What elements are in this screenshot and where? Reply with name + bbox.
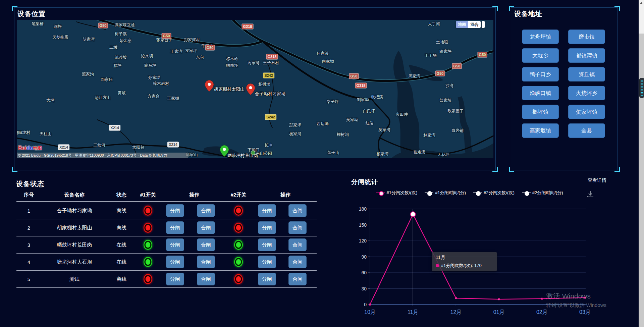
- column-header: 设备名称: [64, 192, 85, 198]
- map-place-label: 天鹅抱蛋: [52, 35, 68, 40]
- svg-text:02月: 02月: [536, 309, 548, 315]
- row-number: 4: [28, 259, 30, 265]
- table-header-divider: [16, 201, 317, 202]
- map-place-label: 紫金寨: [119, 38, 131, 44]
- close-switch-button[interactable]: 合闸: [197, 273, 215, 285]
- map-place-label: 天柱山: [40, 131, 52, 137]
- dashboard: 设备位置 笔架槽洞坪天: [0, 0, 644, 327]
- map-attribution: © 2021 Baidu - GS(2019)5218号 - 甲测资字11009…: [17, 153, 188, 158]
- chart-tooltip: 11月 #1分闸次数/(次): 170: [432, 252, 497, 271]
- map-place-label: 栋木岭: [226, 56, 238, 62]
- legend-label: #1分闸次数/(次): [387, 190, 418, 196]
- map-pin[interactable]: [246, 84, 255, 96]
- page-scrollbar[interactable]: [639, 0, 644, 327]
- open-switch-button[interactable]: 分闸: [258, 256, 276, 268]
- map-type-toggle: 地图 混合: [456, 21, 481, 28]
- map-place-label: 方家台: [148, 94, 160, 99]
- download-icon[interactable]: [587, 190, 594, 200]
- legend-item-1[interactable]: #1分闸次数/(次): [376, 190, 418, 196]
- scrollbar-thumb[interactable]: [639, 78, 644, 98]
- svg-text:01月: 01月: [493, 309, 505, 315]
- town-button-5[interactable]: 鸭子口乡: [522, 67, 559, 81]
- map-place-label: 白氏坪: [363, 108, 375, 114]
- map-control-partial[interactable]: [482, 21, 485, 28]
- road-shield: G50: [162, 33, 171, 39]
- town-button-3[interactable]: 大堰乡: [522, 48, 559, 63]
- scrollbar-track-top[interactable]: [639, 0, 644, 34]
- map-place-label: 枇杷溪: [371, 94, 383, 100]
- legend-marker-icon: [473, 192, 482, 194]
- open-switch-button[interactable]: 分闸: [166, 256, 184, 268]
- close-switch-button[interactable]: 合闸: [288, 221, 307, 234]
- column-header: 操作: [189, 192, 199, 198]
- legend-item-3[interactable]: #2分闸次数/(次): [473, 190, 515, 196]
- town-button-11[interactable]: 高家堰镇: [522, 123, 559, 138]
- close-switch-button[interactable]: 合闸: [197, 221, 215, 234]
- town-button-8[interactable]: 火烧坪乡: [568, 86, 605, 100]
- corner-decoration: [614, 167, 620, 172]
- open-switch-button[interactable]: 分闸: [258, 273, 276, 285]
- device-name: 塘坊河村大石坝: [57, 259, 92, 265]
- open-switch-button[interactable]: 分闸: [258, 204, 276, 217]
- scroll-up-icon[interactable]: [640, 2, 643, 4]
- map-place-label: 孙家坳: [148, 75, 160, 80]
- legend-marker-icon: [522, 192, 531, 194]
- map-pin-label: 合子坳村习家坳: [255, 91, 285, 97]
- map-place-label: 胡家湾: [83, 37, 95, 42]
- road-shield: S242: [265, 114, 276, 120]
- map-place-label: 清江方山: [95, 95, 111, 101]
- map-place-label: 天花坪: [437, 152, 449, 158]
- map-type-hybrid-button[interactable]: 混合: [468, 21, 481, 28]
- map-place-label: 梅子溪: [115, 31, 127, 37]
- open-switch-button[interactable]: 分闸: [166, 204, 184, 217]
- close-switch-button[interactable]: 合闸: [288, 273, 307, 285]
- road-shield: G50: [205, 45, 215, 51]
- close-switch-button[interactable]: 合闸: [197, 238, 215, 251]
- park-icon: [251, 151, 255, 155]
- status-text: 离线: [116, 276, 126, 282]
- map-pin[interactable]: [205, 80, 214, 93]
- device-name: 胡家棚村太阳山: [57, 225, 92, 231]
- map-place-label: 白岩铺: [451, 128, 464, 133]
- close-switch-button[interactable]: 合闸: [288, 256, 307, 268]
- row-number: 1: [28, 208, 30, 214]
- town-button-6[interactable]: 资丘镇: [568, 67, 605, 81]
- town-button-7[interactable]: 渔峡口镇: [522, 86, 559, 100]
- town-button-10[interactable]: 贺家坪镇: [568, 105, 605, 119]
- open-switch-button[interactable]: 分闸: [166, 273, 184, 285]
- open-switch-button[interactable]: 分闸: [166, 238, 184, 251]
- legend-item-2[interactable]: #1分闸时间/(分): [425, 190, 466, 196]
- open-switch-button[interactable]: 分闸: [258, 238, 276, 251]
- town-button-9[interactable]: 榔坪镇: [522, 105, 559, 119]
- town-button-4[interactable]: 都镇湾镇: [568, 48, 605, 63]
- map-place-label: 高家堰互通: [115, 22, 135, 28]
- map-place-label: 罗家坪: [185, 48, 197, 54]
- close-switch-button[interactable]: 合闸: [288, 204, 307, 217]
- road-shield: X214: [58, 145, 69, 150]
- map-place-label: 红岩: [366, 120, 374, 126]
- svg-text:11月: 11月: [408, 309, 419, 315]
- close-switch-button[interactable]: 合闸: [197, 204, 215, 217]
- open-switch-button[interactable]: 分闸: [166, 221, 184, 234]
- legend-label: #2分闸时间/(分): [532, 190, 563, 196]
- legend-item-4[interactable]: #2分闸时间/(分): [522, 190, 563, 196]
- baidu-logo: Baidu地图: [18, 145, 42, 151]
- map-place-label: 杨家河: [289, 131, 301, 137]
- close-switch-button[interactable]: 合闸: [288, 238, 307, 251]
- view-details-link[interactable]: 查看详情: [588, 177, 606, 183]
- column-header: 状态: [116, 192, 126, 198]
- svg-text:12月: 12月: [450, 309, 462, 315]
- map-type-map-button[interactable]: 地图: [456, 21, 468, 28]
- device-address-title: 设备地址: [514, 9, 542, 18]
- road-shield: G50: [435, 71, 445, 76]
- switch1-indicator-light: [144, 223, 152, 233]
- town-button-1[interactable]: 龙舟坪镇: [522, 30, 559, 44]
- close-switch-button[interactable]: 合闸: [197, 256, 215, 268]
- map-place-label: 被难溪: [413, 149, 425, 155]
- baidu-map[interactable]: 笔架槽洞坪天鹅抱蛋胡家湾高家堰互通梅子溪紫金寨二墩流沙坡沁水坝跑马坪腰坪渡家沟邓…: [17, 20, 493, 158]
- windows-watermark: 激活 Windows: [546, 291, 591, 301]
- town-button-12[interactable]: 全县: [568, 123, 605, 138]
- open-switch-button[interactable]: 分闸: [258, 221, 276, 234]
- town-button-2[interactable]: 磨市镇: [568, 30, 605, 44]
- map-place-label: 彭家河村: [184, 37, 200, 43]
